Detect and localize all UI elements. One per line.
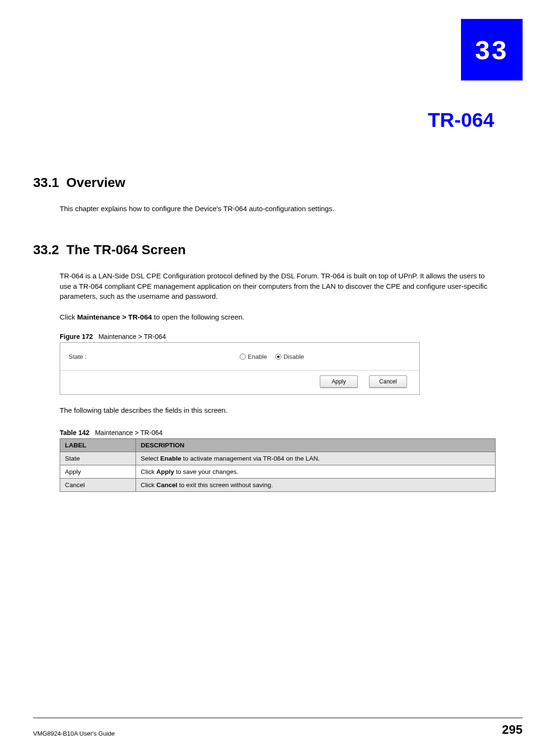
radio-disable[interactable]: Disable xyxy=(275,353,304,360)
text-bold: Apply xyxy=(156,468,174,475)
overview-paragraph: This chapter explains how to configure t… xyxy=(60,204,494,214)
table-caption-text: Maintenance > TR-064 xyxy=(95,429,163,436)
tr064-paragraph-1: TR-064 is a LAN-Side DSL CPE Configurati… xyxy=(60,271,494,302)
text-fragment: to open the following screen. xyxy=(152,313,244,321)
table-row: Apply Click Apply to save your changes. xyxy=(60,465,496,478)
cell-description: Select Enable to activate management via… xyxy=(136,452,496,465)
page-number: 295 xyxy=(502,722,523,737)
text-fragment: to exit this screen without saving. xyxy=(177,481,273,489)
section-num: 33.1 xyxy=(33,175,59,190)
table-caption: Table 142 Maintenance > TR-064 xyxy=(60,429,494,436)
footer-guide-name: VMG8924-B10A User's Guide xyxy=(33,730,115,737)
apply-button[interactable]: Apply xyxy=(320,375,358,388)
col-description: DESCRIPTION xyxy=(136,438,496,452)
description-table: LABEL DESCRIPTION State Select Enable to… xyxy=(60,438,496,492)
text-bold: Enable xyxy=(160,455,181,462)
figure-label: Figure 172 xyxy=(60,333,93,340)
section-title: The TR-064 Screen xyxy=(66,242,186,257)
radio-enable-label: Enable xyxy=(248,353,267,360)
tr064-paragraph-2: Click Maintenance > TR-064 to open the f… xyxy=(60,312,494,322)
section-num: 33.2 xyxy=(33,242,59,257)
text-fragment: Click xyxy=(141,468,156,475)
table-row: Cancel Click Cancel to exit this screen … xyxy=(60,478,496,491)
cell-description: Click Apply to save your changes. xyxy=(136,465,496,478)
cancel-button[interactable]: Cancel xyxy=(369,375,407,388)
cell-label: State xyxy=(60,452,136,465)
text-fragment: to activate management via TR-064 on the… xyxy=(181,455,320,462)
radio-icon xyxy=(275,354,281,360)
section-title: Overview xyxy=(66,175,126,190)
cell-description: Click Cancel to exit this screen without… xyxy=(136,478,496,491)
text-fragment: Click xyxy=(60,313,77,321)
cell-label: Cancel xyxy=(60,478,136,491)
radio-disable-label: Disable xyxy=(283,353,304,360)
figure-caption-text: Maintenance > TR-064 xyxy=(99,333,166,340)
state-label: State : xyxy=(69,353,240,360)
text-fragment: to save your changes. xyxy=(174,468,239,475)
text-bold: Maintenance > TR-064 xyxy=(77,313,152,321)
radio-enable[interactable]: Enable xyxy=(240,353,267,360)
state-row: State : Enable Disable xyxy=(60,347,419,366)
chapter-title: TR-064 xyxy=(428,109,494,132)
footer-rule xyxy=(33,718,523,718)
text-bold: Cancel xyxy=(156,481,177,489)
figure-caption: Figure 172 Maintenance > TR-064 xyxy=(60,333,494,340)
screenshot-panel: State : Enable Disable Apply xyxy=(60,342,420,395)
table-header-row: LABEL DESCRIPTION xyxy=(60,438,496,452)
section-heading-tr064: 33.2 The TR-064 Screen xyxy=(33,242,494,258)
cell-label: Apply xyxy=(60,465,136,478)
table-label: Table 142 xyxy=(60,429,90,436)
table-row: State Select Enable to activate manageme… xyxy=(60,452,496,465)
col-label: LABEL xyxy=(60,438,136,452)
table-intro: The following table describes the fields… xyxy=(60,405,494,416)
text-fragment: Click xyxy=(141,481,156,489)
text-fragment: Select xyxy=(141,455,160,462)
chapter-number-tab: 33 xyxy=(461,19,523,80)
section-heading-overview: 33.1 Overview xyxy=(33,175,494,190)
radio-icon xyxy=(240,354,246,360)
